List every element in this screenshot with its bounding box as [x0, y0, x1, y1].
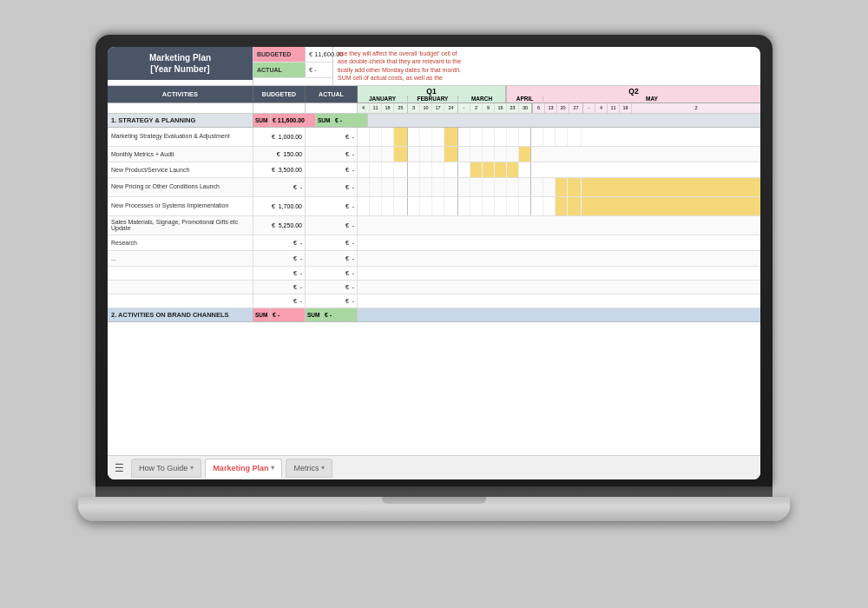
laptop: Marketing Plan [Year Number] BUDGETED €	[95, 35, 773, 573]
table-row: New Pricing or Other Conditions Launch €…	[108, 178, 760, 197]
laptop-hinge	[95, 486, 773, 497]
screen-bezel: Marketing Plan [Year Number] BUDGETED €	[108, 47, 760, 479]
title-block: Marketing Plan [Year Number]	[108, 47, 253, 85]
laptop-base	[78, 497, 790, 521]
budget-actual-labels: BUDGETED € 11,600.00 ACTUAL €	[253, 47, 333, 85]
section2-header: 2. ACTIVITIES ON BRAND CHANNELS SUM € - …	[108, 308, 760, 322]
tab-arrow-icon: ▾	[271, 464, 274, 472]
tab-marketing-plan[interactable]: Marketing Plan ▾	[205, 459, 282, 478]
laptop-notch	[382, 497, 486, 504]
cal-row	[358, 147, 760, 162]
spreadsheet-title: Marketing Plan [Year Number]	[108, 47, 253, 80]
budget-label: BUDGETED	[253, 47, 306, 62]
budget-row: BUDGETED € 11,600.00	[253, 47, 332, 63]
laptop-screen-shell: Marketing Plan [Year Number] BUDGETED €	[95, 35, 773, 486]
table-row: ... € - € -	[108, 251, 760, 267]
cal-row	[358, 178, 760, 196]
activities-header: ACTIVITIES	[108, 86, 253, 102]
table-row: New Processes or Systems Implementation …	[108, 197, 760, 216]
sheet-tabs: ☰ How To Guide ▾ Marketing Plan ▾ Metric…	[108, 455, 760, 479]
table-row: € - € -	[108, 281, 760, 294]
section1-header: 1. STRATEGY & PLANNING SUM € 11,600.00 S…	[108, 114, 760, 128]
note-area: ase they will affect the overall 'budget…	[333, 47, 760, 85]
tab-arrow-icon: ▾	[190, 464, 194, 472]
q2-header: Q2 APRIL MAY	[507, 86, 760, 102]
q1-weeks: 4 11 18 25 3 10 17 24 - 2 9	[358, 103, 533, 113]
actual-header: ACTUAL	[306, 86, 358, 102]
q1-header: Q1 JANUARY FEBRUARY MARCH	[358, 86, 507, 102]
menu-icon[interactable]: ☰	[115, 462, 124, 474]
tab-arrow-icon: ▾	[321, 464, 325, 472]
table-row: € - € -	[108, 267, 760, 281]
column-headers: ACTIVITIES BUDGETED ACTUAL Q1 JANUARY FE…	[108, 86, 760, 103]
table-row: Marketing Strategy Evaluation & Adjustme…	[108, 128, 760, 147]
week-numbers-row: 4 11 18 25 3 10 17 24 - 2 9	[108, 103, 760, 114]
table-row: € - € -	[108, 294, 760, 308]
table-row: Research € - € -	[108, 235, 760, 251]
table-row: Sales Materials, Signage, Promotional Gi…	[108, 216, 760, 235]
cal-row	[358, 162, 760, 177]
budgeted-header: BUDGETED	[253, 86, 306, 102]
cal-row	[358, 197, 760, 215]
actual-value: € -	[306, 66, 320, 74]
tab-metrics[interactable]: Metrics ▾	[286, 459, 332, 478]
actual-row: ACTUAL € -	[253, 63, 332, 78]
table-row: New Product/Service Launch € 3,500.00 € …	[108, 162, 760, 178]
spreadsheet: Marketing Plan [Year Number] BUDGETED €	[108, 47, 760, 479]
q2-weeks: 6 13 20 27 - 4 11 18 2	[533, 103, 760, 113]
table-row: Monthly Metrics + Audit € 150.00 € -	[108, 147, 760, 162]
screen-content: Marketing Plan [Year Number] BUDGETED €	[108, 47, 760, 479]
cal-row	[358, 128, 760, 146]
tab-how-to-guide[interactable]: How To Guide ▾	[131, 459, 201, 478]
data-section: 1. STRATEGY & PLANNING SUM € 11,600.00 S…	[108, 114, 760, 455]
actual-label: ACTUAL	[253, 63, 306, 77]
